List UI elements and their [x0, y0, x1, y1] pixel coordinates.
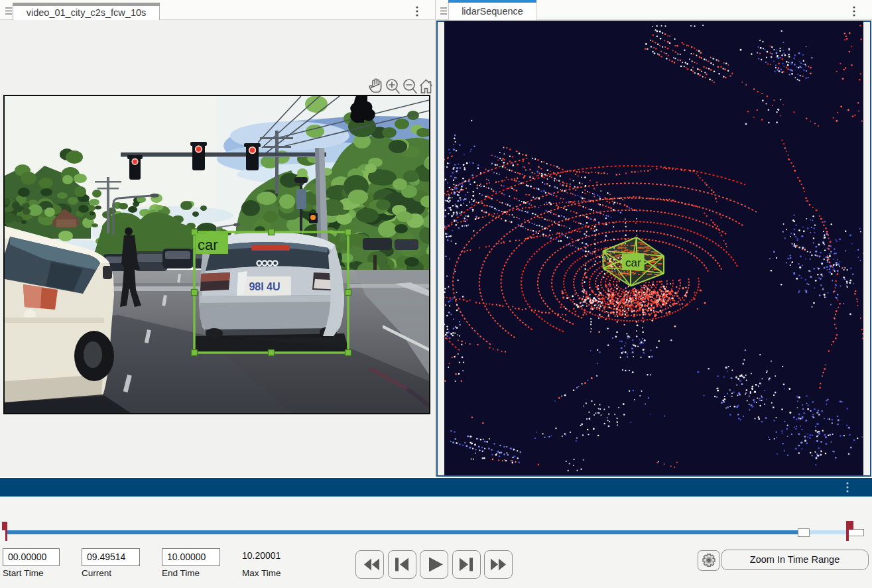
svg-text:car: car: [625, 257, 641, 269]
svg-text:98I 4U: 98I 4U: [249, 281, 280, 292]
svg-text:car: car: [198, 237, 218, 253]
